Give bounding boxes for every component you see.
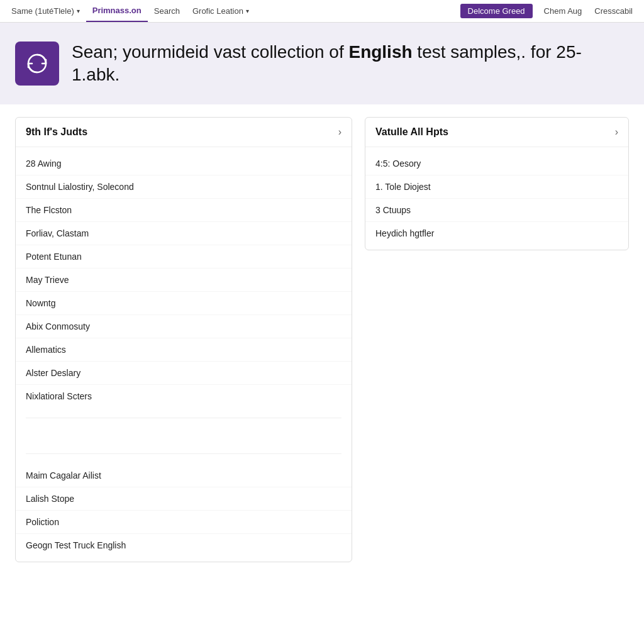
panel-spacer bbox=[16, 423, 352, 448]
sync-icon bbox=[25, 51, 50, 76]
extra-item[interactable]: Geogn Test Truck English bbox=[16, 534, 352, 557]
left-panel-list: 28 Awing Sontnul Lialostiry, Solecond Th… bbox=[16, 147, 352, 413]
list-item[interactable]: Forliav, Clastam bbox=[16, 222, 352, 245]
right-panel-arrow-icon[interactable]: › bbox=[615, 126, 618, 138]
nav-label-same: Same (1utéTlele) bbox=[11, 6, 74, 16]
list-item[interactable]: 28 Awing bbox=[16, 152, 352, 175]
right-panel-header: Vatulle All Hpts › bbox=[365, 118, 628, 147]
list-item[interactable]: Alster Deslary bbox=[16, 362, 352, 385]
nav-label-grofic: Grofic Leation bbox=[192, 6, 243, 16]
delcome-greed-button[interactable]: Delcome Greed bbox=[460, 4, 533, 18]
hero-title-bold: English bbox=[348, 42, 412, 62]
list-item[interactable]: Heydich hgtfler bbox=[365, 222, 628, 245]
hero-icon-box bbox=[15, 42, 59, 86]
left-panel-arrow-icon[interactable]: › bbox=[338, 126, 341, 138]
list-item[interactable]: Potent Etunan bbox=[16, 245, 352, 269]
list-item[interactable]: Nowntg bbox=[16, 292, 352, 315]
nav-item-same[interactable]: Same (1utéTlele) ▾ bbox=[5, 0, 86, 22]
extra-item[interactable]: Lalish Stope bbox=[16, 487, 352, 511]
hero-title-prefix: Sean; yourmideid vast collection of bbox=[72, 42, 348, 62]
main-content: 9th If's Judts › 28 Awing Sontnul Lialos… bbox=[0, 104, 644, 575]
nav-item-primnass[interactable]: Primnass.on bbox=[86, 0, 148, 22]
list-item[interactable]: Allematics bbox=[16, 338, 352, 362]
list-item[interactable]: Sontnul Lialostiry, Solecond bbox=[16, 175, 352, 199]
list-item[interactable]: 1. Tole Diojest bbox=[365, 175, 628, 199]
extra-item[interactable]: Poliction bbox=[16, 511, 352, 534]
chevron-down-icon-grofic: ▾ bbox=[246, 8, 249, 14]
left-panel-header: 9th If's Judts › bbox=[16, 118, 352, 147]
right-panel-list: 4:5: Oesory 1. Tole Diojest 3 Ctuups Hey… bbox=[365, 147, 628, 250]
list-item[interactable]: 3 Ctuups bbox=[365, 199, 628, 222]
list-item[interactable]: Abix Conmosuty bbox=[16, 315, 352, 338]
nav-item-chem-aug[interactable]: Chem Aug bbox=[538, 6, 589, 16]
right-panel: Vatulle All Hpts › 4:5: Oesory 1. Tole D… bbox=[365, 117, 629, 250]
nav-item-search[interactable]: Search bbox=[148, 0, 186, 22]
left-panel-title: 9th If's Judts bbox=[26, 126, 87, 138]
nav-item-cresscabil[interactable]: Cresscabil bbox=[588, 6, 639, 16]
right-panel-title: Vatulle All Hpts bbox=[375, 126, 448, 138]
left-panel-extra-list: Maim Cagalar Ailist Lalish Stope Policti… bbox=[16, 459, 352, 562]
list-item[interactable]: 4:5: Oesory bbox=[365, 152, 628, 175]
list-item[interactable]: Nixlatioral Scters bbox=[16, 385, 352, 408]
list-item[interactable]: The Flcston bbox=[16, 199, 352, 222]
nav-item-grofic[interactable]: Grofic Leation ▾ bbox=[186, 0, 255, 22]
panel-divider-2 bbox=[26, 453, 341, 454]
list-item[interactable]: May Trieve bbox=[16, 269, 352, 292]
panel-divider bbox=[26, 418, 341, 418]
hero-title-text: Sean; yourmideid vast collection of Engl… bbox=[72, 41, 629, 87]
nav-label-primnass: Primnass.on bbox=[92, 6, 142, 15]
hero-banner: Sean; yourmideid vast collection of Engl… bbox=[0, 23, 644, 104]
extra-item[interactable]: Maim Cagalar Ailist bbox=[16, 464, 352, 487]
left-panel: 9th If's Judts › 28 Awing Sontnul Lialos… bbox=[15, 117, 352, 562]
navbar: Same (1utéTlele) ▾ Primnass.on Search Gr… bbox=[0, 0, 644, 23]
nav-label-search: Search bbox=[154, 6, 180, 16]
chevron-down-icon: ▾ bbox=[77, 8, 80, 14]
